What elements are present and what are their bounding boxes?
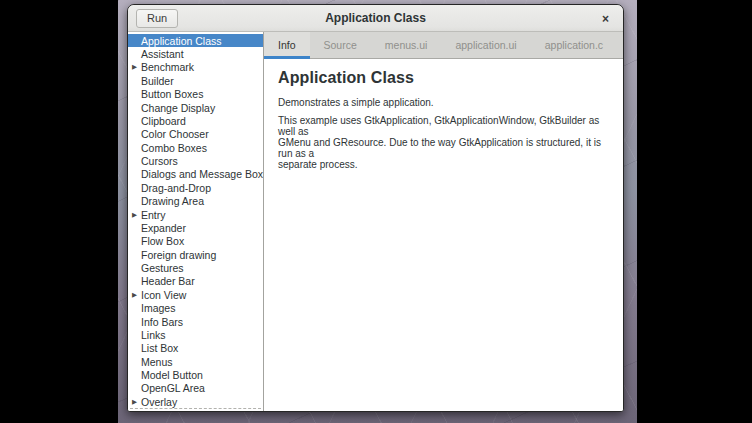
list-item-label: Info Bars [141, 316, 183, 328]
demo-summary: Demonstrates a simple application. [278, 97, 609, 108]
tab-application-c[interactable]: application.c [531, 32, 617, 58]
gtk-demo-window: Run Application Class × Application Clas… [127, 4, 624, 412]
list-item[interactable]: ▶Overlay [128, 395, 263, 408]
list-item-label: Button Boxes [141, 88, 203, 100]
list-item[interactable]: List Box [128, 342, 263, 355]
run-button[interactable]: Run [136, 9, 178, 28]
list-item-label: Benchmark [141, 61, 194, 73]
list-item[interactable]: Cursors [128, 154, 263, 167]
list-item-label: Menus [141, 356, 173, 368]
list-item-label: Combo Boxes [141, 142, 207, 154]
window-title: Application Class [128, 11, 623, 25]
demo-description: This example uses GtkApplication, GtkApp… [278, 115, 609, 170]
close-icon[interactable]: × [598, 11, 613, 26]
list-item[interactable]: ▶Icon View [128, 288, 263, 301]
expander-icon[interactable]: ▶ [128, 63, 141, 71]
list-item[interactable]: Dialogs and Message Boxes [128, 168, 263, 181]
list-item-label: OpenGL Area [141, 382, 205, 394]
window-body: Application ClassAssistant▶BenchmarkBuil… [128, 32, 623, 411]
list-item[interactable]: OpenGL Area [128, 382, 263, 395]
description-line: This example uses GtkApplication, GtkApp… [278, 115, 609, 137]
list-item-label: Application Class [141, 35, 222, 47]
tab-application-ui[interactable]: application.ui [441, 32, 530, 58]
description-line: separate process. [278, 159, 609, 170]
list-item-label: Header Bar [141, 275, 195, 287]
list-item[interactable]: Info Bars [128, 315, 263, 328]
list-item[interactable]: Button Boxes [128, 88, 263, 101]
scroll-undershoot-indicator [130, 408, 261, 409]
list-item[interactable]: Model Button [128, 368, 263, 381]
tab-menus-ui[interactable]: menus.ui [371, 32, 442, 58]
list-item-label: Drag-and-Drop [141, 182, 211, 194]
list-item[interactable]: Flow Box [128, 235, 263, 248]
list-item-label: Assistant [141, 48, 184, 60]
list-item[interactable]: Combo Boxes [128, 141, 263, 154]
demo-list: Application ClassAssistant▶BenchmarkBuil… [128, 32, 264, 411]
tab-info[interactable]: Info [264, 32, 310, 58]
notebook-tabbar: InfoSourcemenus.uiapplication.uiapplicat… [264, 32, 623, 59]
list-item[interactable]: Foreign drawing [128, 248, 263, 261]
list-item-label: Cursors [141, 155, 178, 167]
list-item[interactable]: Links [128, 328, 263, 341]
list-item-label: Dialogs and Message Boxes [141, 168, 264, 180]
list-item-label: Color Chooser [141, 128, 209, 140]
description-line: GMenu and GResource. Due to the way GtkA… [278, 137, 609, 159]
list-item[interactable]: Change Display [128, 101, 263, 114]
list-item-label: List Box [141, 342, 178, 354]
list-item[interactable]: ▶Benchmark [128, 61, 263, 74]
list-item[interactable]: Clipboard [128, 114, 263, 127]
list-item[interactable]: Header Bar [128, 275, 263, 288]
headerbar: Run Application Class × [128, 5, 623, 32]
page-title: Application Class [278, 68, 609, 88]
list-item[interactable]: Color Chooser [128, 128, 263, 141]
list-item[interactable]: ▶Entry [128, 208, 263, 221]
list-item-label: Clipboard [141, 115, 186, 127]
list-item[interactable]: Gestures [128, 261, 263, 274]
list-item-label: Icon View [141, 289, 186, 301]
list-item[interactable]: Menus [128, 355, 263, 368]
expander-icon[interactable]: ▶ [128, 211, 141, 219]
list-item[interactable]: Expander [128, 221, 263, 234]
info-page: Application Class Demonstrates a simple … [264, 59, 623, 411]
expander-icon[interactable]: ▶ [128, 398, 141, 406]
list-item-label: Drawing Area [141, 195, 204, 207]
list-item[interactable]: Images [128, 302, 263, 315]
expander-icon[interactable]: ▶ [128, 291, 141, 299]
list-item-label: Builder [141, 75, 174, 87]
list-item-label: Change Display [141, 102, 215, 114]
list-item[interactable]: Drag-and-Drop [128, 181, 263, 194]
list-item-label: Flow Box [141, 235, 184, 247]
list-item[interactable]: Application Class [128, 34, 263, 47]
list-item-label: Overlay [141, 396, 177, 408]
list-item-label: Images [141, 302, 175, 314]
list-item-label: Entry [141, 209, 166, 221]
list-item[interactable]: Drawing Area [128, 195, 263, 208]
list-item-label: Expander [141, 222, 186, 234]
tab-source[interactable]: Source [310, 32, 371, 58]
screen: Run Application Class × Application Clas… [0, 0, 752, 423]
content-area: InfoSourcemenus.uiapplication.uiapplicat… [264, 32, 623, 411]
list-item-label: Model Button [141, 369, 203, 381]
list-item[interactable]: Assistant [128, 47, 263, 60]
list-item-label: Foreign drawing [141, 249, 216, 261]
list-item-label: Gestures [141, 262, 184, 274]
list-item-label: Links [141, 329, 166, 341]
list-item[interactable]: Builder [128, 74, 263, 87]
